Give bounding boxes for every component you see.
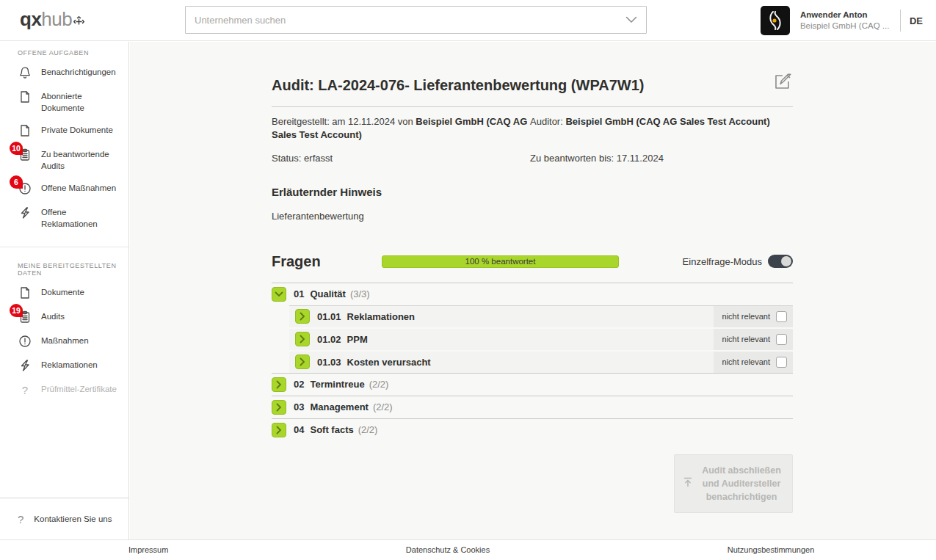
- footer-link-impressum[interactable]: Impressum: [128, 545, 168, 554]
- sidebar-item-label: Dokumente: [41, 286, 84, 299]
- sidebar-item-private-dokumente[interactable]: Private Dokumente: [18, 123, 128, 138]
- header-divider: [900, 10, 901, 32]
- auditor-text: Auditor: Beispiel GmbH (CAQ AG Sales Tes…: [530, 115, 793, 142]
- sidebar-item-label: Reklamationen: [41, 358, 98, 371]
- chapter-number: 04: [294, 424, 304, 435]
- question-name: PPM: [347, 334, 368, 345]
- footer-link-datenschutz[interactable]: Datenschutz & Cookies: [406, 545, 490, 554]
- clipboard-icon: 19: [18, 310, 32, 324]
- chapter-count: (2/2): [358, 424, 378, 435]
- sidebar-item-zu-beantwortende-audits[interactable]: 10 Zu beantwortende Audits: [18, 148, 128, 172]
- status-text: Status: erfasst: [272, 152, 530, 165]
- not-relevant-zone: nicht relevant: [714, 306, 793, 327]
- chevron-right-icon[interactable]: [295, 309, 310, 324]
- question-number: 01.01: [317, 311, 341, 322]
- chapter-number: 01: [294, 288, 304, 299]
- question-row-01-01[interactable]: 01.01 Reklamationen nicht relevant: [289, 306, 793, 327]
- exclamation-circle-icon: [18, 334, 32, 349]
- page-title: Audit: LA-2024-076- Lieferantenbewertung…: [272, 77, 772, 94]
- chevron-down-icon[interactable]: [272, 287, 286, 302]
- company-logo[interactable]: [761, 6, 790, 35]
- document-icon: [18, 123, 32, 138]
- single-question-mode-toggle[interactable]: [768, 255, 793, 268]
- badge-count: 6: [10, 175, 23, 189]
- contact-label: Kontaktieren Sie uns: [34, 514, 112, 523]
- chapter-section: 04 Soft facts (2/2): [272, 418, 793, 441]
- exclamation-circle-icon: 6: [18, 181, 32, 196]
- chevron-right-icon[interactable]: [295, 354, 310, 369]
- not-relevant-label: nicht relevant: [722, 357, 770, 366]
- lightning-icon: [18, 206, 32, 220]
- chapter-name: Management: [310, 401, 368, 412]
- sidebar-item-pruefmittel-zertifikate: ? Prüfmittel-Zertifikate: [18, 382, 128, 397]
- question-name: Kosten verursacht: [347, 357, 431, 368]
- sidebar-item-label: Benachrichtigungen: [41, 65, 116, 79]
- sidebar-item-label: Offene Reklamationen: [41, 206, 120, 230]
- not-relevant-label: nicht relevant: [722, 335, 770, 343]
- sidebar-divider: [0, 247, 128, 247]
- user-company: Beispiel GmbH (CAQ ...: [800, 21, 896, 32]
- audit-meta: Bereitgestellt: am 12.11.2024 von Beispi…: [272, 115, 793, 166]
- chapter-section: 02 Termintreue (2/2): [272, 373, 793, 396]
- chapter-name: Soft facts: [310, 424, 353, 435]
- chapter-row-02[interactable]: 02 Termintreue (2/2): [272, 374, 793, 396]
- sidebar-item-label: Private Dokumente: [41, 123, 113, 137]
- bell-icon: [18, 65, 32, 80]
- sidebar: OFFENE AUFGABEN Benachrichtigungen Abonn…: [0, 42, 129, 539]
- chevron-right-icon[interactable]: [272, 423, 286, 437]
- sidebar-item-offene-massnahmen[interactable]: 6 Offene Maßnahmen: [18, 181, 128, 196]
- not-relevant-checkbox[interactable]: [776, 334, 787, 345]
- not-relevant-zone: nicht relevant: [714, 329, 793, 350]
- page-footer: Impressum Datenschutz & Cookies Nutzungs…: [0, 539, 936, 560]
- chapter-section: 03 Management (2/2): [272, 396, 793, 418]
- question-icon: ?: [18, 382, 32, 397]
- sidebar-item-abonnierte-dokumente[interactable]: Abonnierte Dokumente: [18, 90, 128, 114]
- chapter-row-03[interactable]: 03 Management (2/2): [272, 396, 793, 418]
- user-menu[interactable]: Anwender Anton Beispiel GmbH (CAQ ...: [800, 10, 896, 32]
- language-selector[interactable]: DE: [910, 15, 923, 26]
- chapter-row-01[interactable]: 01 Qualität (3/3): [272, 283, 793, 305]
- chevron-right-icon[interactable]: [295, 332, 310, 346]
- not-relevant-label: nicht relevant: [722, 312, 770, 321]
- chapter-count: (2/2): [373, 401, 393, 412]
- sidebar-item-audits[interactable]: 19 Audits: [18, 310, 128, 324]
- sidebar-item-massnahmen[interactable]: Maßnahmen: [18, 334, 128, 349]
- due-date-text: Zu beantworten bis: 17.11.2024: [530, 152, 793, 165]
- finish-audit-button[interactable]: Audit abschließen und Auditersteller ben…: [674, 454, 793, 513]
- upload-icon: [682, 476, 694, 490]
- chevron-down-icon[interactable]: [625, 13, 637, 26]
- contact-us-link[interactable]: ? Kontaktieren Sie uns: [0, 498, 128, 539]
- sidebar-item-offene-reklamationen[interactable]: Offene Reklamationen: [18, 206, 128, 230]
- badge-count: 10: [10, 142, 23, 155]
- finish-button-label: Audit abschließen und Auditersteller ben…: [698, 464, 785, 503]
- edit-audit-button[interactable]: [772, 71, 793, 95]
- sidebar-item-label: Offene Maßnahmen: [41, 181, 116, 194]
- chapter-count: (3/3): [350, 288, 370, 299]
- chapter-count: (2/2): [369, 379, 389, 390]
- chevron-right-icon[interactable]: [272, 377, 286, 392]
- note-heading: Erläuternder Hinweis: [272, 186, 793, 198]
- question-row-01-02[interactable]: 01.02 PPM nicht relevant: [289, 329, 793, 350]
- sidebar-item-label: Zu beantwortende Audits: [41, 148, 120, 172]
- chapter-01-subquestions: 01.01 Reklamationen nicht relevant 01.02…: [289, 305, 793, 373]
- hub-arrows-icon: [73, 10, 84, 32]
- company-search-combobox[interactable]: [185, 6, 647, 34]
- top-header: qxhub Anwender Anton Beispiel GmbH (CAQ …: [0, 0, 936, 41]
- not-relevant-zone: nicht relevant: [714, 352, 793, 373]
- sidebar-item-dokumente[interactable]: Dokumente: [18, 286, 128, 300]
- sidebar-item-label: Maßnahmen: [41, 334, 89, 347]
- sidebar-item-reklamationen[interactable]: Reklamationen: [18, 358, 128, 373]
- not-relevant-checkbox[interactable]: [776, 311, 787, 322]
- not-relevant-checkbox[interactable]: [776, 357, 787, 368]
- sidebar-item-label: Audits: [41, 310, 65, 323]
- answered-progress-bar: 100 % beantwortet: [382, 255, 619, 268]
- question-number: 01.02: [317, 334, 341, 345]
- search-input[interactable]: [195, 15, 625, 26]
- footer-link-nutzungsbestimmungen[interactable]: Nutzungsbestimmungen: [728, 545, 815, 554]
- progress-label: 100 % beantwortet: [465, 257, 536, 266]
- chevron-right-icon[interactable]: [272, 400, 286, 415]
- chapter-name: Termintreue: [310, 379, 364, 390]
- chapter-row-04[interactable]: 04 Soft facts (2/2): [272, 419, 793, 441]
- sidebar-item-benachrichtigungen[interactable]: Benachrichtigungen: [18, 65, 128, 80]
- question-row-01-03[interactable]: 01.03 Kosten verursacht nicht relevant: [289, 352, 793, 373]
